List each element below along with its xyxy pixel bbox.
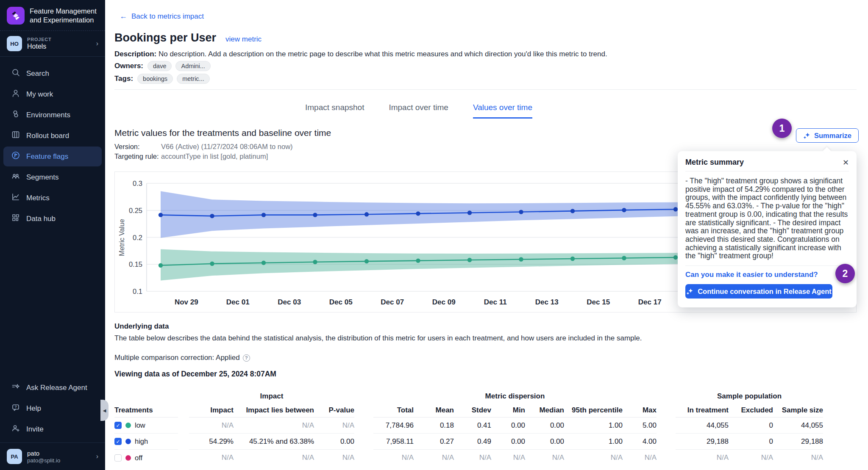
svg-text:Dec 09: Dec 09 [432,298,456,306]
svg-text:Dec 17: Dec 17 [638,298,662,306]
treatment-checkbox-high[interactable]: ✓ [114,438,122,445]
owner-pill[interactable]: Admini... [175,61,210,71]
sidebar-item-environments[interactable]: Environments [3,105,102,125]
sidebar-item-rollout-board[interactable]: Rollout board [3,126,102,146]
table-cell: N/A [189,421,234,430]
table-cell: 0.00 [525,421,564,430]
owners-row: Owners: dave Admini... [114,61,211,71]
table-cell: 1.00 [564,421,623,430]
rollout-board-icon [11,130,20,141]
tab-impact-over-time[interactable]: Impact over time [389,103,448,119]
sidebar-item-label: Feature flags [26,152,68,161]
svg-text:Metric Value: Metric Value [118,219,125,256]
view-metric-link[interactable]: view metric [225,35,262,44]
user-menu[interactable]: PA pato pato@split.io › [0,442,105,470]
owner-pill[interactable]: dave [147,61,172,71]
popup-followup-link[interactable]: Can you make it easier to understand? [685,271,849,279]
release-agent-icon [11,382,20,393]
continue-conversation-label: Continue conversation in Release Agent [698,288,832,296]
table-row-high: ✓high54.29%45.21% and 63.38%0.007,958.11… [114,434,843,450]
sidebar-item-ask-release-agent[interactable]: Ask Release Agent [3,378,102,398]
info-icon[interactable]: ? [243,354,250,362]
svg-text:?: ? [14,405,17,409]
table-cell: 54.29% [189,437,234,446]
targeting-rule-label: Targeting rule: [114,152,161,160]
continue-conversation-button[interactable]: Continue conversation in Release Agent [685,284,832,299]
tag-pill[interactable]: bookings [137,74,173,84]
sidebar-item-metrics[interactable]: Metrics [3,188,102,208]
sidebar-collapse-handle[interactable]: ◀ [100,400,108,421]
tag-pill[interactable]: metric... [177,74,210,84]
targeting-rule-row: Targeting rule: accountType in list [gol… [114,152,268,160]
close-icon[interactable]: ✕ [843,159,849,166]
popup-caret [823,147,831,155]
svg-text:0.2: 0.2 [133,234,142,241]
owners-label: Owners: [114,62,143,70]
sidebar-item-search[interactable]: Search [3,64,102,83]
svg-text:0.15: 0.15 [129,260,142,268]
back-arrow-icon: ← [120,12,127,21]
chevron-right-icon: › [96,40,98,47]
sidebar-item-feature-flags[interactable]: Feature flags [3,147,102,166]
correction-row: Multiple comparison correction: Applied … [114,354,250,362]
column-header: Min [491,406,525,415]
metric-summary-popup: Metric summary ✕ - The "high" treatment … [678,151,857,307]
summarize-label: Summarize [814,132,851,140]
table-cell: 0.00 [525,437,564,446]
table-cell: 0.49 [454,437,491,446]
version-label: Version: [114,143,161,151]
table-cell: 44,055 [773,421,823,430]
back-link-label: Back to metrics impact [131,12,204,21]
svg-text:0.3: 0.3 [133,180,142,187]
sidebar-item-data-hub[interactable]: Data hub [3,209,102,229]
column-header: In treatment [676,406,729,415]
tags-label: Tags: [114,75,133,83]
sidebar-item-segments[interactable]: Segments [3,167,102,187]
search-icon [11,68,20,79]
column-header: Median [525,406,564,415]
underlying-data-description: The table below describes the data behin… [114,334,750,343]
table-cell: N/A [234,421,314,430]
svg-text:Dec 01: Dec 01 [226,298,250,306]
table-cell: 0.41 [454,421,491,430]
summarize-button[interactable]: Summarize [796,128,859,143]
tab-values-over-time[interactable]: Values over time [473,103,532,119]
app-root: Feature Management and Experimentation H… [0,0,868,470]
column-header: Total [373,406,414,415]
column-header: Impact [189,406,234,415]
table-cell: 0 [729,421,773,430]
project-name: Hotels [27,43,91,50]
sidebar-item-label: Segments [26,173,59,182]
table-cell: 29,188 [676,437,729,446]
version-value: V66 (Active) (11/27/2024 08:06AM to now) [161,143,293,151]
project-label: PROJECT [27,37,91,42]
table-cell: 0.00 [314,437,354,446]
svg-text:Dec 13: Dec 13 [535,298,559,306]
sidebar-item-invite[interactable]: Invite [3,419,102,439]
tab-impact-snapshot[interactable]: Impact snapshot [305,103,364,119]
treatment-name: low [135,421,145,429]
treatment-checkbox-low[interactable]: ✓ [114,422,122,429]
column-header: Impact lies between [234,406,314,415]
column-header: P-value [314,406,354,415]
table-cell: 0.18 [414,421,454,430]
column-header: Max [623,406,657,415]
treatment-name: high [135,437,148,445]
sidebar-item-help[interactable]: ? Help [3,398,102,418]
table-group-label: Sample population [676,392,823,403]
sidebar-item-label: Help [26,404,41,413]
svg-text:Dec 03: Dec 03 [278,298,301,306]
table-cell: 44,055 [676,421,729,430]
column-header: Excluded [729,406,773,415]
table-cell: 0.00 [491,421,525,430]
underlying-data-heading: Underlying data [114,322,169,331]
sidebar-item-my-work[interactable]: My work [3,84,102,104]
sidebar-item-label: Invite [26,425,44,434]
project-switcher[interactable]: HO PROJECT Hotels › [0,31,105,57]
table-cell: 1.00 [564,437,623,446]
back-to-metrics-link[interactable]: ← Back to metrics impact [120,12,204,21]
user-name: pato [27,450,91,457]
viewing-data-timestamp: Viewing data as of December 25, 2024 8:0… [114,370,276,379]
table-group-label: Metric dispersion [373,392,657,403]
table-cell: N/A [314,421,354,430]
